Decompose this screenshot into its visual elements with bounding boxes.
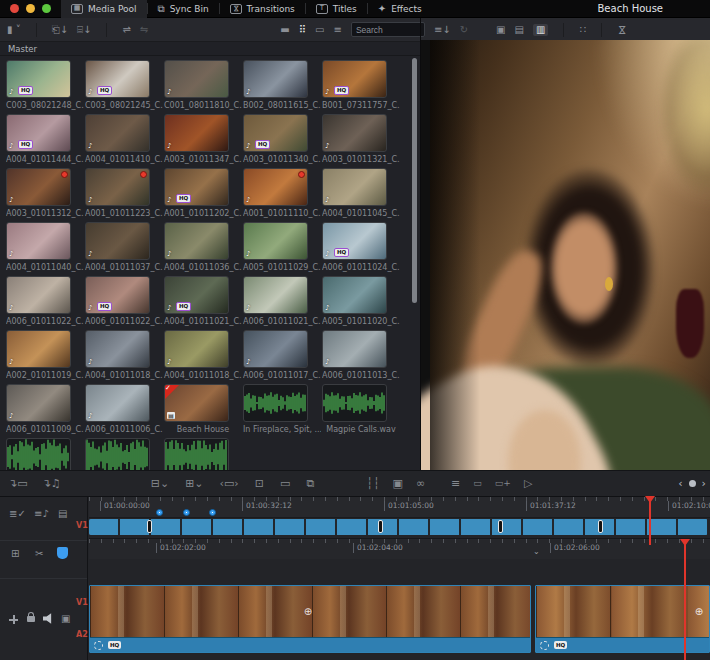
media-clip[interactable]: ♪A005_01011029_C... [243, 222, 321, 272]
media-clip[interactable]: ♪HQA006_01011024_C... [322, 222, 400, 272]
media-clip[interactable]: ♪A004_01011037_C... [85, 222, 163, 272]
media-clip[interactable]: ♪A004_01011018_C... [164, 330, 242, 380]
close-window-icon[interactable] [10, 4, 19, 13]
timeline-marker-icon[interactable] [209, 509, 216, 516]
media-clip[interactable]: ♪C001_08011810_C... [164, 60, 242, 110]
tab-sync-bin[interactable]: ⧉ Sync Bin [148, 0, 219, 18]
audio-trim-icon[interactable]: ≡♪ [34, 509, 49, 519]
media-clip[interactable]: ♪A004_01011410_C... [85, 114, 163, 164]
media-clip[interactable] [164, 438, 242, 470]
media-clip[interactable]: ♪HQB001_07311757_C... [322, 60, 400, 110]
main-playhead[interactable] [684, 540, 686, 660]
media-clip[interactable]: ♪A006_01011022_C... [6, 276, 84, 326]
media-clip[interactable]: ♪B002_08011615_C... [243, 60, 321, 110]
zoom-window-icon[interactable] [42, 4, 51, 13]
transition-preview-icon[interactable]: ⋈ [617, 25, 627, 35]
track-move-icon[interactable] [9, 615, 18, 624]
insert-with-audio-icon[interactable]: ↴♫ [42, 478, 61, 489]
trim-mode-icon[interactable]: ⊞ [11, 549, 19, 559]
thumbnail-view-icon[interactable]: ⠿ [299, 25, 306, 35]
track-lock-icon[interactable] [27, 616, 35, 622]
list-view-icon[interactable]: ≡ [333, 25, 341, 35]
poi-icon[interactable]: ▭ [473, 479, 482, 488]
main-timeline-ruler[interactable]: ⌄ 01:02:02:0001:02:04:0001:02:06:00 [89, 538, 710, 559]
insert-clip-icon[interactable]: ↴▭ [8, 478, 28, 489]
media-clip[interactable]: ♪HQA001_01011202_C... [164, 168, 242, 218]
mini-timeline-clips[interactable] [89, 519, 708, 535]
media-clip[interactable]: ♪A005_01011020_C... [322, 276, 400, 326]
media-clip[interactable]: ▤Beach House [164, 384, 242, 434]
track-audio-icon[interactable] [43, 613, 55, 624]
filmstrip-view-icon[interactable]: ▬ [280, 25, 289, 35]
timeline-marker-icon[interactable] [156, 509, 163, 516]
sort-icon[interactable]: ≡↓ [434, 25, 451, 35]
safe-trim-shield-icon[interactable] [57, 547, 68, 559]
media-clip[interactable]: ♪HQA004_01011021_C... [164, 276, 242, 326]
import-media-icon[interactable]: ⎗↓ [52, 25, 68, 35]
razor-icon[interactable]: ✂ [35, 549, 43, 559]
smart-insert-icon[interactable]: ⊟⌄ [151, 478, 169, 489]
media-clip[interactable]: Magpie Calls.wav [322, 384, 400, 434]
source-overwrite-icon[interactable]: ⊡ [255, 478, 264, 489]
refresh-icon[interactable]: ↻ [460, 25, 468, 35]
ripple-overwrite-icon[interactable]: ‹▭› [220, 478, 239, 489]
live-media-icon[interactable]: ▤ [514, 25, 523, 35]
camera-icon[interactable]: ▤ [58, 509, 67, 519]
media-clip[interactable] [6, 438, 84, 470]
collapse-chevron-icon[interactable]: ⌄ [533, 547, 540, 556]
relink-media-icon[interactable]: ⇌ [122, 25, 130, 35]
media-clip[interactable]: ♪HQA004_01011444_C... [6, 114, 84, 164]
media-clip[interactable]: ♪A004_01011036_C... [164, 222, 242, 272]
main-playhead-handle[interactable] [680, 539, 690, 551]
overwrite-icon[interactable]: ▭ [280, 478, 290, 489]
media-clip[interactable]: ♪A006_01011013_C... [322, 330, 400, 380]
record-dot-icon[interactable] [689, 480, 696, 487]
bin-list-toggle-icon[interactable]: ▮ ˅ [7, 25, 21, 35]
mini-timeline-ruler[interactable]: 01:00:00:0001:00:32:1201:01:05:0001:01:3… [89, 497, 710, 518]
append-icon[interactable]: ⊞⌄ [185, 478, 203, 489]
play-clip-icon[interactable]: ▷ [524, 478, 532, 489]
media-clip[interactable]: ♪A004_01011040_C... [6, 222, 84, 272]
media-pool-scrollbar[interactable] [412, 58, 417, 468]
media-clip[interactable]: ♪A003_01011321_C... [322, 114, 400, 164]
tab-titles[interactable]: T Titles [306, 0, 367, 18]
media-clip[interactable]: ♪HQC003_08021248_C... [6, 60, 84, 110]
poi-add-icon[interactable]: ▭+ [495, 479, 511, 488]
prev-clip-icon[interactable]: ‹ [678, 477, 682, 490]
media-clip[interactable]: ♪A001_01011110_C... [243, 168, 321, 218]
media-clip[interactable]: ♪HQA003_01011340_C... [243, 114, 321, 164]
import-folder-icon[interactable]: ⌸↓ [77, 25, 91, 35]
mini-playhead-handle[interactable] [645, 496, 655, 508]
media-clip[interactable]: ♪A006_01011006_C... [85, 384, 163, 434]
media-clip[interactable]: ♪A006_01011017_C... [243, 330, 321, 380]
media-clip[interactable]: ♪A004_01011018_C... [85, 330, 163, 380]
timeline-options-icon[interactable]: ≣✓ [9, 509, 26, 519]
media-clip[interactable]: ♪A002_01011019_C... [6, 330, 84, 380]
source-tape-icon[interactable]: ▥ [533, 24, 548, 36]
timeline-clip[interactable]: ⊕ HQ [89, 585, 531, 653]
multicam-icon[interactable]: ∷ [579, 25, 585, 35]
media-clip[interactable]: ♪A003_01011312_C... [6, 168, 84, 218]
media-clip[interactable] [85, 438, 163, 470]
link-clips-icon[interactable]: ∞ [416, 478, 425, 489]
tab-transitions[interactable]: ⋈ Transitions [220, 0, 305, 18]
track-monitor-icon[interactable]: ▣ [61, 614, 70, 624]
tab-effects[interactable]: ✦ Effects [368, 0, 432, 18]
media-clip[interactable]: ♪A004_01011045_C... [322, 168, 400, 218]
viewer-image[interactable] [430, 40, 710, 470]
search-input[interactable] [351, 22, 425, 37]
media-clip[interactable]: ♪A001_01011223_C... [85, 168, 163, 218]
bin-name[interactable]: Master [8, 44, 37, 54]
preview-view-icon[interactable]: ▭ [315, 25, 324, 35]
mixer-icon[interactable]: ≡ [451, 478, 460, 489]
media-clip[interactable]: ♪A006_01011021_C... [243, 276, 321, 326]
minimize-window-icon[interactable] [26, 4, 35, 13]
media-clip[interactable]: ♪A003_01011347_C... [164, 114, 242, 164]
snapping-icon[interactable]: ┆┆ [366, 478, 379, 489]
replace-clip-icon[interactable]: ⧉ [306, 478, 314, 489]
media-clip[interactable]: ♪HQA006_01011022_C... [85, 276, 163, 326]
media-clip[interactable]: ♪HQC003_08021245_C... [85, 60, 163, 110]
timeline-marker-icon[interactable] [183, 509, 190, 516]
grab-still-icon[interactable]: ▣ [496, 25, 505, 35]
media-clip[interactable]: In Fireplace, Spit, ... [243, 384, 321, 434]
